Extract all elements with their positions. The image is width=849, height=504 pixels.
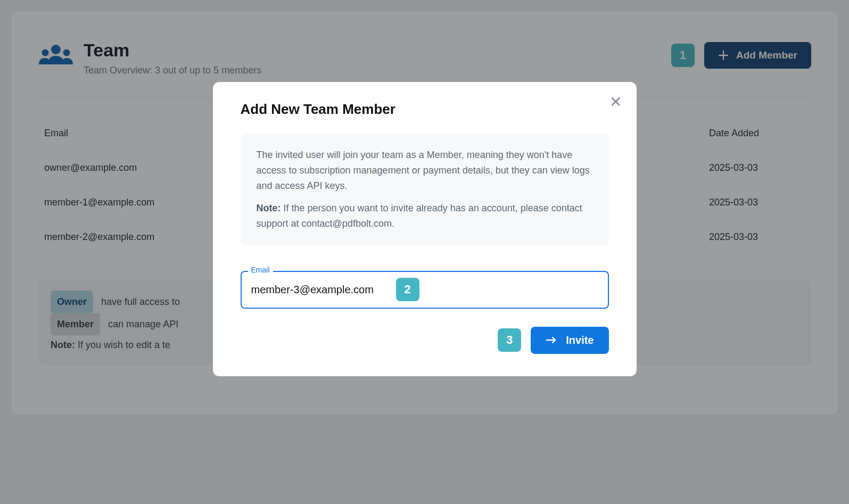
step-badge-3: 3 <box>498 328 521 352</box>
add-team-member-modal: ✕ Add New Team Member The invited user w… <box>213 82 637 376</box>
arrow-right-icon <box>546 336 557 344</box>
modal-actions: 3 Invite <box>241 327 609 354</box>
modal-title: Add New Team Member <box>241 101 614 118</box>
modal-info-box: The invited user will join your team as … <box>241 134 609 245</box>
step-badge-2: 2 <box>396 278 419 301</box>
email-field-label: Email <box>248 266 273 274</box>
modal-info-text: The invited user will join your team as … <box>257 147 593 193</box>
close-icon[interactable]: ✕ <box>609 95 622 110</box>
email-field[interactable] <box>241 271 609 309</box>
modal-note-label: Note: <box>257 203 281 213</box>
modal-note-text: If the person you want to invite already… <box>257 203 582 229</box>
email-field-wrap: Email 2 <box>241 271 609 309</box>
invite-button[interactable]: Invite <box>531 327 608 354</box>
invite-label: Invite <box>566 334 594 346</box>
